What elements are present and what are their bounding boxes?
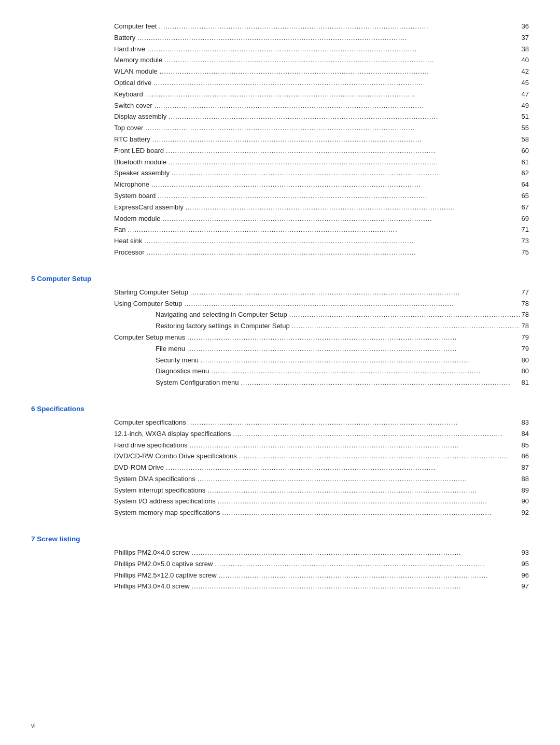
entry-label: Bluetooth module [114, 157, 166, 167]
toc-entry: Security menu ..........................… [31, 355, 529, 366]
entry-page: 65 [522, 190, 529, 201]
entry-page: 64 [522, 179, 529, 190]
entry-dots: ........................................… [207, 486, 519, 496]
entry-dots: ........................................… [145, 90, 520, 100]
entry-label: Optical drive [114, 77, 151, 88]
entry-page: 83 [522, 417, 529, 428]
entry-label: Computer specifications [114, 417, 186, 428]
entry-label: Phillips PM2.0×5.0 captive screw [114, 558, 213, 569]
entry-label: Phillips PM2.0×4.0 screw [114, 547, 190, 558]
entry-page: 78 [522, 298, 529, 309]
toc-entry: Phillips PM2.0×5.0 captive screw .......… [31, 558, 529, 570]
entry-label: Heat sink [114, 235, 142, 246]
entry-page: 73 [522, 235, 529, 246]
entry-dots: ........................................… [151, 180, 520, 190]
entry-page: 62 [522, 167, 529, 178]
entry-label: ExpressCard assembly [114, 202, 184, 213]
entry-page: 69 [522, 213, 529, 224]
entry-dots: ........................................… [147, 45, 520, 55]
toc-entry: System board ...........................… [31, 190, 529, 202]
section-header: 5 Computer Setup [31, 275, 529, 283]
toc-entry: Modem module ...........................… [31, 213, 529, 224]
footer-page-number: vi [31, 722, 36, 729]
entry-label: Battery [114, 32, 135, 43]
toc-entry: File menu ..............................… [31, 343, 529, 355]
toc-entry: Microphone .............................… [31, 179, 529, 190]
entry-page: 36 [522, 21, 529, 32]
toc-entry: Optical drive ..........................… [31, 77, 529, 89]
entry-page: 42 [522, 66, 529, 77]
entry-page: 79 [522, 343, 529, 354]
entry-page: 67 [522, 202, 529, 213]
toc-entry: ExpressCard assembly ...................… [31, 202, 529, 213]
entry-dots: ........................................… [144, 236, 519, 247]
entry-page: 95 [522, 558, 529, 569]
entry-dots: ........................................… [188, 418, 520, 428]
toc-entry: Using Computer Setup ...................… [31, 298, 529, 310]
entry-dots: ........................................… [145, 123, 519, 134]
entry-dots: ........................................… [152, 135, 520, 145]
entry-dots: ........................................… [292, 321, 520, 332]
entry-dots: ........................................… [222, 508, 519, 518]
entry-page: 84 [522, 428, 529, 439]
section-header: 7 Screw listing [31, 535, 529, 543]
entry-dots: ........................................… [239, 452, 520, 462]
entry-label: System interrupt specifications [114, 485, 205, 496]
entry-page: 75 [522, 247, 529, 258]
entry-dots: ........................................… [164, 55, 519, 66]
entry-page: 80 [522, 366, 529, 376]
entry-dots: ........................................… [137, 33, 519, 44]
entry-label: Using Computer Setup [114, 298, 183, 309]
entry-page: 58 [522, 134, 529, 145]
entry-label: Computer feet [114, 21, 157, 32]
entry-page: 80 [522, 355, 529, 366]
entry-label: Top cover [114, 122, 143, 133]
entry-label: System DMA specifications [114, 473, 195, 484]
entry-dots: ........................................… [159, 22, 519, 32]
entry-page: 88 [522, 473, 529, 484]
entry-dots: ........................................… [190, 441, 520, 451]
toc-section-section-7: 7 Screw listingPhillips PM2.0×4.0 screw … [31, 535, 529, 592]
entry-label: Keyboard [114, 89, 143, 100]
entry-page: 47 [522, 89, 529, 100]
entry-dots: ........................................… [198, 474, 520, 485]
entry-page: 79 [522, 332, 529, 343]
entry-dots: ........................................… [185, 299, 520, 310]
toc-entry: Processor ..............................… [31, 247, 529, 258]
section-header: 6 Specifications [31, 405, 529, 413]
entry-page: 55 [522, 122, 529, 133]
toc-entry: Hard drive specifications ..............… [31, 440, 529, 451]
entry-dots: ........................................… [192, 548, 520, 558]
entry-label: Restoring factory settings in Computer S… [156, 320, 290, 331]
entry-dots: ........................................… [215, 559, 519, 570]
entry-label: DVD/CD-RW Combo Drive specifications [114, 451, 237, 461]
toc-entry: Starting Computer Setup ................… [31, 287, 529, 298]
toc-entry: Front LED board ........................… [31, 145, 529, 157]
entry-page: 96 [522, 570, 529, 581]
entry-page: 37 [522, 32, 529, 43]
entry-dots: ........................................… [172, 168, 520, 179]
entry-page: 45 [522, 77, 529, 88]
toc-entry: Switch cover ...........................… [31, 100, 529, 111]
toc-entry: Phillips PM2.0×4.0 screw ...............… [31, 547, 529, 558]
toc-entry: Phillips PM3.0×4.0 screw ...............… [31, 581, 529, 592]
entry-page: 89 [522, 485, 529, 496]
entry-page: 86 [522, 451, 529, 461]
entry-label: Diagnostics menu [156, 366, 209, 376]
entry-label: System board [114, 190, 156, 201]
entry-label: System I/O address specifications [114, 496, 216, 507]
entry-page: 90 [522, 496, 529, 507]
entry-label: 12.1-inch, WXGA display specifications [114, 428, 231, 439]
toc-entry: DVD-ROM Drive ..........................… [31, 462, 529, 473]
entry-label: Switch cover [114, 100, 152, 111]
entry-label: Processor [114, 247, 145, 258]
entry-page: 77 [522, 287, 529, 298]
toc-entry: WLAN module ............................… [31, 66, 529, 77]
entry-dots: ........................................… [166, 146, 519, 157]
toc-entry: Restoring factory settings in Computer S… [31, 320, 529, 332]
entry-label: Starting Computer Setup [114, 287, 188, 298]
entry-label: Display assembly [114, 111, 166, 122]
entry-dots: ........................................… [147, 248, 520, 258]
toc-section-section-6: 6 SpecificationsComputer specifications … [31, 405, 529, 518]
toc-entry: RTC battery ............................… [31, 134, 529, 145]
